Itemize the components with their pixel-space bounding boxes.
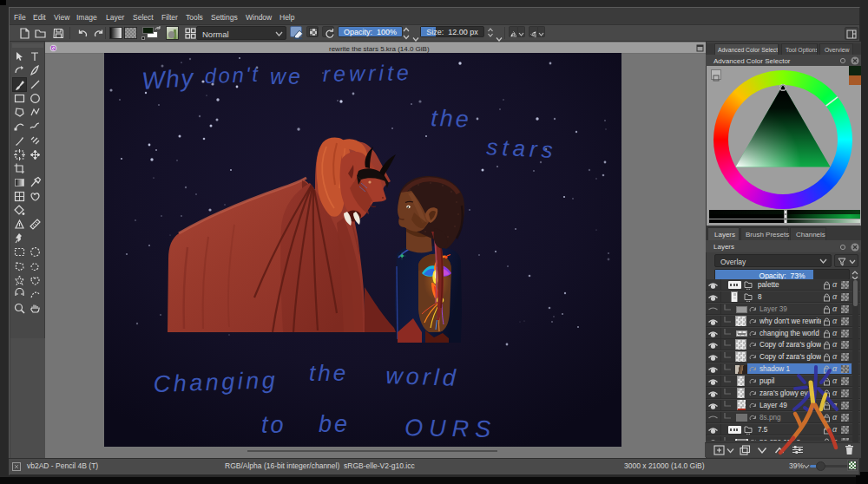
svg-text:stars: stars — [486, 134, 558, 163]
svg-text:we: we — [270, 64, 303, 88]
svg-text:rewrite: rewrite — [323, 60, 412, 86]
svg-text:be: be — [319, 411, 350, 437]
svg-text:OURS: OURS — [404, 415, 497, 442]
svg-text:to: to — [261, 412, 286, 438]
svg-text:the: the — [431, 105, 472, 133]
svg-text:the: the — [309, 360, 348, 386]
svg-text:Changing: Changing — [153, 367, 279, 397]
svg-text:world: world — [385, 363, 460, 391]
svg-text:Why: Why — [141, 64, 195, 95]
svg-text:don't: don't — [204, 62, 260, 88]
